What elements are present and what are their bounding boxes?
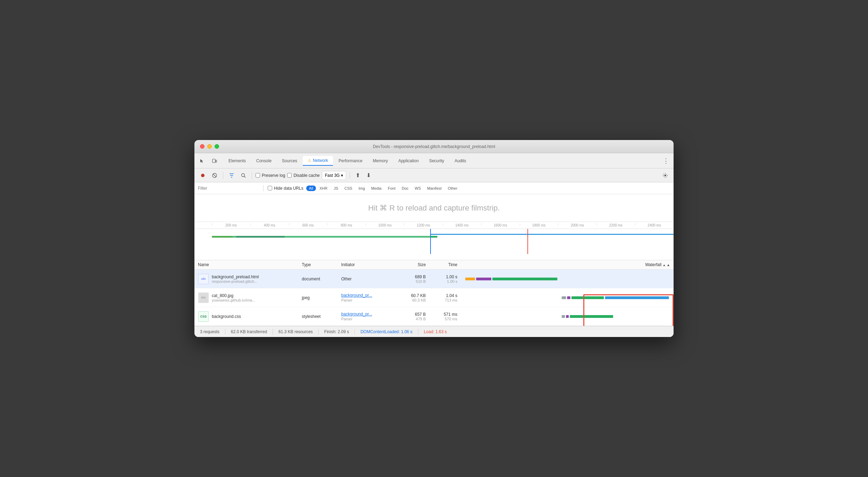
filter-input[interactable] xyxy=(198,186,260,191)
col-type[interactable]: Type xyxy=(298,260,337,270)
filter-icon[interactable] xyxy=(227,171,236,180)
cell-initiator: background_pr... Parser xyxy=(338,288,396,307)
svg-point-7 xyxy=(665,174,666,176)
svg-rect-16 xyxy=(476,278,492,280)
svg-rect-20 xyxy=(571,296,604,299)
tab-network[interactable]: ⚠Network xyxy=(303,156,333,166)
svg-rect-15 xyxy=(465,278,475,280)
maximize-button[interactable] xyxy=(215,144,219,149)
tab-performance[interactable]: Performance xyxy=(334,156,367,165)
disable-cache-checkbox[interactable] xyxy=(287,173,292,178)
initiator-link[interactable]: background_pr... xyxy=(341,293,372,298)
tick-600: 600 ms xyxy=(289,223,327,227)
status-transferred: 62.0 KB transferred xyxy=(231,329,267,334)
status-divider-2 xyxy=(273,329,273,335)
record-button[interactable] xyxy=(198,171,208,180)
filter-manifest[interactable]: Manifest xyxy=(424,186,444,191)
svg-rect-18 xyxy=(562,296,566,299)
table-row[interactable]: CSS background.css stylesheet background… xyxy=(194,307,674,326)
preserve-log-label[interactable]: Preserve log xyxy=(256,173,285,178)
tab-console[interactable]: Console xyxy=(251,156,276,165)
upload-button[interactable]: ⬆ xyxy=(353,171,362,179)
cell-name: IMG cat_800.jpg yoavweiss.github.io/ima.… xyxy=(194,288,298,307)
tab-memory[interactable]: Memory xyxy=(368,156,393,165)
svg-rect-19 xyxy=(567,296,570,299)
tick-400: 400 ms xyxy=(250,223,289,227)
tab-audits[interactable]: Audits xyxy=(450,156,471,165)
throttle-select[interactable]: Fast 3G ▾ xyxy=(322,171,347,180)
table-row[interactable]: IMG cat_800.jpg yoavweiss.github.io/ima.… xyxy=(194,288,674,307)
file-domain: yoavweiss.github.io/ima... xyxy=(212,298,255,302)
download-button[interactable]: ⬇ xyxy=(364,171,373,179)
tick-200: 200 ms xyxy=(212,223,250,227)
cell-time: 571 ms570 ms xyxy=(429,307,461,326)
hide-data-urls-checkbox[interactable] xyxy=(268,186,272,190)
tab-bar: Elements Console Sources ⚠Network Perfor… xyxy=(194,153,674,168)
disable-cache-text: Disable cache xyxy=(293,173,319,178)
filter-css[interactable]: CSS xyxy=(342,186,355,191)
table-wrapper: Name Type Initiator Size Time Waterfall … xyxy=(194,260,674,326)
filter-xhr[interactable]: XHR xyxy=(317,186,330,191)
filter-all[interactable]: All xyxy=(306,186,316,191)
toolbar-divider-3 xyxy=(350,172,350,179)
filter-types: All XHR JS CSS Img Media Font Doc WS Man… xyxy=(306,186,460,191)
tick-1000: 1000 ms xyxy=(366,223,404,227)
tab-elements[interactable]: Elements xyxy=(224,156,251,165)
file-icon-html: </> xyxy=(198,273,209,285)
filter-divider xyxy=(263,185,264,191)
cell-time: 1.00 s1.00 s xyxy=(429,270,461,288)
filter-ws[interactable]: WS xyxy=(412,186,424,191)
close-button[interactable] xyxy=(200,144,205,149)
tick-2000: 2000 ms xyxy=(558,223,596,227)
cursor-icon[interactable] xyxy=(197,156,207,166)
tab-sources[interactable]: Sources xyxy=(277,156,302,165)
svg-rect-10 xyxy=(212,236,431,238)
tick-1200: 1200 ms xyxy=(404,223,443,227)
status-resources: 61.3 KB resources xyxy=(278,329,313,334)
traffic-lights xyxy=(200,144,219,149)
filter-img[interactable]: Img xyxy=(356,186,368,191)
table-row[interactable]: </> background_preload.html responsive-p… xyxy=(194,270,674,288)
svg-point-2 xyxy=(201,174,205,177)
cell-type: jpeg xyxy=(298,288,337,307)
devtools-window: DevTools - responsive-preload.glitch.me/… xyxy=(194,140,674,337)
search-icon[interactable] xyxy=(239,171,248,180)
col-time[interactable]: Time xyxy=(429,260,461,270)
svg-rect-24 xyxy=(570,315,613,318)
hide-data-urls-text: Hide data URLs xyxy=(274,186,303,191)
col-size[interactable]: Size xyxy=(396,260,429,270)
timeline-area: 200 ms 400 ms 600 ms 800 ms 1000 ms 1200… xyxy=(194,222,674,260)
status-divider-4 xyxy=(354,329,355,335)
device-icon[interactable] xyxy=(210,156,219,166)
status-divider-1 xyxy=(225,329,225,335)
col-initiator[interactable]: Initiator xyxy=(338,260,396,270)
status-bar: 3 requests 62.0 KB transferred 61.3 KB r… xyxy=(194,326,674,337)
svg-line-4 xyxy=(213,174,216,177)
initiator-link[interactable]: background_pr... xyxy=(341,312,372,316)
svg-rect-11 xyxy=(431,236,437,238)
status-load: Load: 1.63 s xyxy=(424,329,447,334)
cell-initiator: Other xyxy=(338,270,396,288)
filter-other[interactable]: Other xyxy=(445,186,460,191)
cell-name: CSS background.css xyxy=(194,307,298,326)
preserve-log-checkbox[interactable] xyxy=(256,173,260,178)
col-waterfall[interactable]: Waterfall ▲ xyxy=(461,260,674,270)
svg-rect-0 xyxy=(212,159,215,163)
disable-cache-label[interactable]: Disable cache xyxy=(287,173,319,178)
filter-doc[interactable]: Doc xyxy=(399,186,411,191)
settings-button[interactable] xyxy=(660,171,670,180)
tick-1600: 1600 ms xyxy=(481,223,520,227)
tab-security[interactable]: Security xyxy=(424,156,449,165)
filter-font[interactable]: Font xyxy=(385,186,398,191)
minimize-button[interactable] xyxy=(207,144,212,149)
hide-data-urls-label[interactable]: Hide data URLs xyxy=(268,186,303,191)
clear-button[interactable] xyxy=(210,171,219,180)
col-name[interactable]: Name xyxy=(194,260,298,270)
file-domain: responsive-preload.glitch... xyxy=(212,279,259,283)
filter-js[interactable]: JS xyxy=(331,186,341,191)
tab-application[interactable]: Application xyxy=(393,156,424,165)
more-button[interactable]: ⋮ xyxy=(661,156,671,166)
preserve-log-text: Preserve log xyxy=(262,173,285,178)
status-divider-3 xyxy=(318,329,319,335)
filter-media[interactable]: Media xyxy=(368,186,384,191)
